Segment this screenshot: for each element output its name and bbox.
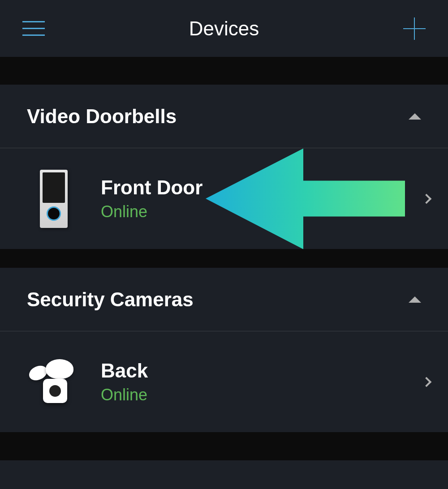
device-info: Front Door Online: [101, 176, 202, 221]
device-row-back[interactable]: Back Online: [0, 331, 448, 432]
add-icon[interactable]: [403, 17, 426, 40]
collapse-icon: [409, 113, 421, 120]
device-name: Back: [101, 360, 148, 382]
device-info: Back Online: [101, 360, 148, 404]
device-thumbnail: [27, 167, 81, 230]
chevron-right-icon: [422, 377, 432, 387]
add-devices-row[interactable]: Add Devices: [0, 460, 448, 489]
app-header: Devices: [0, 0, 448, 57]
section-header-security-cameras[interactable]: Security Cameras: [0, 268, 448, 331]
device-status: Online: [101, 202, 202, 221]
device-thumbnail: [27, 351, 81, 413]
section-header-video-doorbells[interactable]: Video Doorbells: [0, 85, 448, 148]
chevron-right-icon: [422, 193, 432, 204]
pointer-arrow-annotation: [206, 148, 405, 249]
menu-icon[interactable]: [22, 21, 45, 36]
spacer: [0, 432, 448, 460]
floodlight-cam-icon: [27, 357, 81, 407]
doorbell-icon: [40, 170, 68, 228]
page-title: Devices: [189, 17, 259, 40]
section-title: Video Doorbells: [27, 105, 177, 128]
spacer: [0, 249, 448, 268]
spacer: [0, 57, 448, 85]
svg-marker-0: [206, 148, 405, 249]
device-row-front-door[interactable]: Front Door Online: [0, 148, 448, 249]
add-devices-label: Add Devices: [27, 473, 140, 489]
section-title: Security Cameras: [27, 288, 194, 311]
device-name: Front Door: [101, 176, 202, 199]
collapse-icon: [409, 296, 421, 303]
device-status: Online: [101, 386, 148, 404]
